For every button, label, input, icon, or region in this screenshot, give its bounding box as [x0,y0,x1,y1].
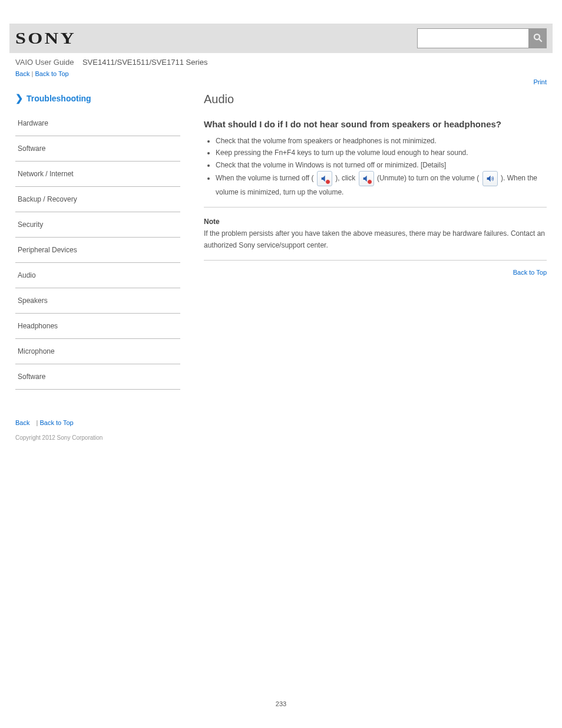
chevron-right-icon: ❯ [15,93,23,104]
svg-line-1 [539,39,542,42]
footer-back-top[interactable]: Back to Top [39,419,73,426]
footer-back[interactable]: Back [15,419,29,426]
sidebar-item-security[interactable]: Security [15,212,180,238]
sidebar-item-headphones[interactable]: Headphones [15,314,180,339]
print-link-wrap: Print [9,78,553,89]
search-input[interactable] [417,28,529,48]
list-item: Check that the volume from speakers or h… [216,135,547,147]
question-heading: What should I do if I do not hear sound … [204,119,547,129]
search-icon [533,32,543,45]
breadcrumb-back-top[interactable]: Back to Top [35,70,68,77]
divider [204,207,547,207]
answer-list: Check that the volume from speakers or h… [204,135,547,199]
divider [204,260,547,261]
svg-point-0 [534,34,540,39]
inline-text: ), click [335,174,357,182]
product-line: VAIO User Guide SVE1411/SVE1511/SVE1711 … [9,53,553,68]
volume-muted-icon [317,171,332,186]
back-to-top-wrap: Back to Top [204,269,547,276]
sidebar-title: ❯ Troubleshooting [15,93,180,104]
sony-logo: SONY [15,29,76,48]
sidebar: ❯ Troubleshooting Hardware Software Netw… [15,93,180,390]
list-item: When the volume is turned off ( ), click… [216,171,547,198]
list-item: Check that the volume in Windows is not … [216,159,547,171]
sidebar-item-hardware[interactable]: Hardware [15,111,180,136]
sidebar-item-speakers[interactable]: Speakers [15,288,180,314]
sidebar-item-software2[interactable]: Software [15,364,180,390]
search-form [417,28,547,48]
page-title: Audio [204,93,547,106]
header-bar: SONY [9,24,553,53]
main-content: Audio What should I do if I do not hear … [204,93,547,390]
volume-on-icon [482,171,498,186]
sidebar-item-audio[interactable]: Audio [15,263,180,288]
breadcrumb: Back | Back to Top [9,68,553,78]
sidebar-item-software[interactable]: Software [15,136,180,162]
series-label: SVE1411/SVE1511/SVE1711 Series [82,58,207,67]
breadcrumb-back[interactable]: Back [15,70,29,77]
note-block: Note If the problem persists after you h… [204,216,547,252]
sidebar-item-network[interactable]: Network / Internet [15,162,180,187]
footer-links: Back | Back to Top [9,413,553,432]
guide-title: VAIO User Guide [15,58,74,67]
inline-text: (Unmute) to turn on the volume ( [377,174,479,182]
sidebar-item-peripheral[interactable]: Peripheral Devices [15,238,180,263]
search-button[interactable] [529,28,547,48]
list-item: Keep pressing the Fn+F4 keys to turn up … [216,147,547,159]
note-label: Note [204,218,220,226]
copyright: Copyright 2012 Sony Corporation [9,432,553,453]
sidebar-item-microphone[interactable]: Microphone [15,339,180,364]
page-number: 233 [9,700,553,707]
back-to-top-link[interactable]: Back to Top [513,269,547,276]
inline-text: When the volume is turned off ( [216,174,314,182]
sidebar-item-backup[interactable]: Backup / Recovery [15,187,180,212]
sidebar-title-text: Troubleshooting [27,94,91,103]
unmute-icon [359,171,374,186]
note-text: If the problem persists after you have t… [204,229,545,249]
print-link[interactable]: Print [533,78,547,85]
